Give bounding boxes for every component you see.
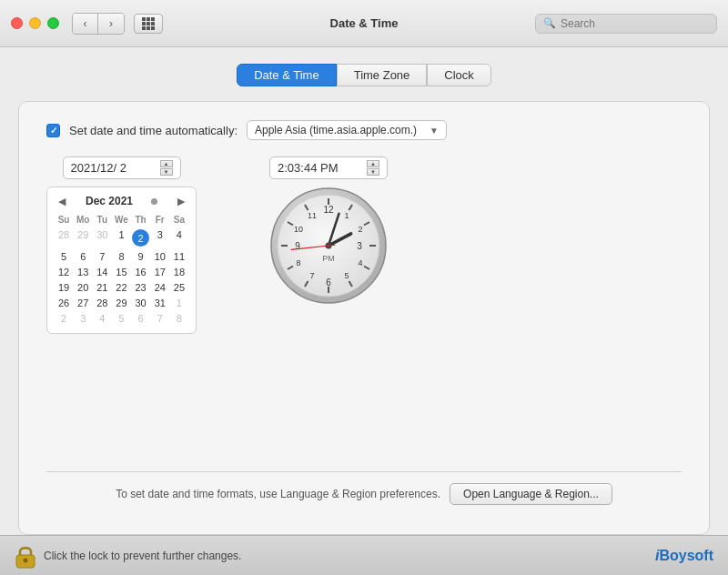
table-row[interactable]: 1 — [112, 227, 130, 248]
time-stepper[interactable]: ▲ ▼ — [367, 160, 379, 176]
table-row[interactable]: 30 — [93, 227, 111, 248]
date-stepper[interactable]: ▲ ▼ — [160, 160, 173, 176]
bottom-area: To set date and time formats, use Langua… — [46, 462, 682, 516]
table-row[interactable]: 9 — [132, 249, 150, 264]
table-row[interactable]: 2 — [132, 227, 150, 248]
tab-datetime[interactable]: Date & Time — [237, 64, 337, 86]
table-row[interactable]: 28 — [55, 227, 73, 248]
cal-header-su: Su — [55, 213, 73, 227]
forward-button[interactable]: › — [98, 14, 124, 34]
table-row[interactable]: 4 — [170, 227, 188, 248]
table-row[interactable]: 2 — [55, 311, 73, 326]
table-row[interactable]: 8 — [112, 249, 130, 264]
table-row[interactable]: 13 — [74, 265, 92, 279]
table-row[interactable]: 27 — [74, 296, 92, 310]
calendar-month-year: Dec 2021 — [86, 195, 133, 207]
table-row[interactable]: 21 — [93, 280, 111, 295]
table-row[interactable]: 23 — [132, 280, 150, 295]
table-row[interactable]: 24 — [151, 280, 169, 295]
table-row[interactable]: 15 — [112, 265, 130, 279]
calendar-prev-button[interactable]: ◀ — [56, 196, 67, 207]
analog-clock: 12 3 6 9 1 2 4 5 7 8 10 11 PM — [269, 187, 388, 305]
calendar-header: ◀ Dec 2021 ▶ — [55, 195, 188, 207]
language-row: To set date and time formats, use Langua… — [46, 471, 682, 516]
svg-text:8: 8 — [296, 258, 300, 267]
close-button[interactable] — [11, 17, 23, 29]
checkbox-check-icon: ✓ — [50, 126, 57, 136]
auto-set-checkbox[interactable]: ✓ — [46, 124, 60, 137]
minimize-button[interactable] — [29, 17, 41, 29]
table-row[interactable]: 25 — [170, 280, 188, 295]
time-input[interactable]: 2:03:44 PM ▲ ▼ — [269, 156, 388, 179]
svg-text:6: 6 — [326, 277, 331, 288]
calendar-next-button[interactable]: ▶ — [176, 196, 187, 207]
table-row[interactable]: 11 — [170, 249, 188, 264]
table-row[interactable]: 29 — [112, 296, 130, 310]
svg-text:12: 12 — [323, 205, 334, 215]
svg-text:PM: PM — [322, 254, 335, 263]
table-row[interactable]: 5 — [112, 311, 130, 326]
calendar: ◀ Dec 2021 ▶ Su Mo Tu We Th — [46, 187, 197, 334]
table-row[interactable]: 26 — [55, 296, 73, 310]
table-row[interactable]: 19 — [55, 280, 73, 295]
iboysoft-logo: iBoysoft — [655, 548, 713, 564]
svg-point-33 — [24, 558, 28, 562]
open-language-button[interactable]: Open Language & Region... — [450, 483, 612, 505]
table-row[interactable]: 14 — [93, 265, 111, 279]
date-input[interactable]: 2021/12/ 2 ▲ ▼ — [63, 156, 181, 179]
table-row[interactable]: 17 — [151, 265, 169, 279]
time-stepper-down[interactable]: ▼ — [367, 168, 379, 176]
svg-point-31 — [328, 245, 330, 247]
cal-header-mo: Mo — [74, 213, 92, 227]
table-row[interactable]: 4 — [93, 311, 111, 326]
date-stepper-down[interactable]: ▼ — [160, 168, 173, 176]
language-hint-text: To set date and time formats, use Langua… — [116, 488, 440, 500]
table-row[interactable]: 7 — [93, 249, 111, 264]
server-value: Apple Asia (time.asia.apple.com.) — [255, 124, 417, 136]
table-row[interactable]: 10 — [151, 249, 169, 264]
cal-header-we: We — [112, 213, 130, 227]
table-row[interactable]: 3 — [151, 227, 169, 248]
table-row[interactable]: 20 — [74, 280, 92, 295]
time-stepper-up[interactable]: ▲ — [367, 160, 379, 167]
table-row[interactable]: 16 — [132, 265, 150, 279]
search-bar[interactable]: 🔍 — [535, 14, 717, 34]
time-section: 2:03:44 PM ▲ ▼ — [269, 156, 388, 305]
date-value: 2021/12/ 2 — [71, 161, 126, 175]
table-row[interactable]: 30 — [132, 296, 150, 310]
table-row[interactable]: 1 — [170, 296, 188, 310]
svg-text:3: 3 — [357, 241, 362, 251]
table-row[interactable]: 12 — [55, 265, 73, 279]
time-value: 2:03:44 PM — [278, 161, 339, 175]
table-row[interactable]: 5 — [55, 249, 73, 264]
search-input[interactable] — [561, 17, 709, 30]
back-button[interactable]: ‹ — [73, 14, 98, 34]
nav-group: ‹ › — [72, 13, 125, 35]
table-row[interactable]: 6 — [74, 249, 92, 264]
tab-clock[interactable]: Clock — [427, 64, 491, 86]
table-row[interactable]: 28 — [93, 296, 111, 310]
lock-text: Click the lock to prevent further change… — [44, 550, 241, 562]
tab-timezone[interactable]: Time Zone — [337, 64, 428, 86]
svg-text:10: 10 — [294, 225, 303, 234]
date-stepper-up[interactable]: ▲ — [160, 160, 173, 167]
grid-button[interactable] — [134, 14, 163, 34]
table-row[interactable]: 7 — [151, 311, 169, 326]
table-row[interactable]: 8 — [170, 311, 188, 326]
table-row[interactable]: 3 — [74, 311, 92, 326]
svg-text:1: 1 — [344, 211, 349, 220]
grid-icon — [142, 17, 155, 30]
footer: Click the lock to prevent further change… — [0, 535, 728, 575]
maximize-button[interactable] — [47, 17, 59, 29]
iboysoft-rest-text: Boysoft — [659, 548, 713, 563]
lock-icon[interactable] — [15, 542, 36, 570]
main-content: Date & Time Time Zone Clock ✓ Set date a… — [0, 47, 728, 535]
table-row[interactable]: 22 — [112, 280, 130, 295]
table-row[interactable]: 29 — [74, 227, 92, 248]
svg-text:11: 11 — [308, 211, 317, 220]
traffic-lights — [11, 17, 59, 29]
table-row[interactable]: 18 — [170, 265, 188, 279]
server-dropdown[interactable]: Apple Asia (time.asia.apple.com.) ▼ — [247, 120, 447, 140]
table-row[interactable]: 31 — [151, 296, 169, 310]
table-row[interactable]: 6 — [132, 311, 150, 326]
